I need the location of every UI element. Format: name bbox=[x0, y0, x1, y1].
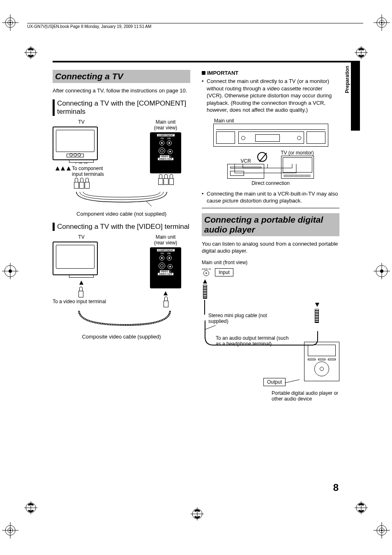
label-tv: TV bbox=[53, 119, 110, 125]
label-to-component: To component input terminals bbox=[72, 166, 107, 177]
label-tv-monitor: TV (or monitor) bbox=[281, 150, 314, 156]
arrow-up-icon bbox=[203, 279, 207, 283]
rear-panel-icon: COMPONENT PR PB VIDEO Y VIDEO OUT bbox=[150, 247, 181, 288]
crop-mark-icon bbox=[2, 522, 18, 539]
rca-plug-icon bbox=[164, 297, 168, 307]
intro-text: After connecting a TV, follow the instru… bbox=[53, 87, 190, 94]
main-unit-shelf-icon bbox=[213, 124, 328, 147]
tv-icon bbox=[53, 127, 98, 160]
important-heading: IMPORTANT bbox=[207, 70, 238, 76]
jack-icon bbox=[168, 264, 173, 269]
arrow-up-icon bbox=[67, 166, 71, 170]
heading-connecting-tv: Connecting a TV bbox=[53, 70, 190, 83]
portable-intro: You can listen to analog sound from a co… bbox=[202, 240, 339, 255]
rca-plug-icon bbox=[164, 174, 168, 185]
arrow-up-icon bbox=[164, 291, 168, 295]
portable-player-icon bbox=[304, 342, 339, 381]
label-main-unit: Main unit bbox=[141, 234, 190, 240]
caption-component-cable: Component video cable (not supplied) bbox=[53, 211, 190, 217]
crop-mark-icon bbox=[374, 263, 390, 279]
tv-icon bbox=[53, 242, 98, 275]
caption-composite-cable: Composite video cable (supplied) bbox=[53, 334, 190, 340]
jack-label-y: Y bbox=[75, 162, 77, 164]
panel-label-video-out: VIDEO OUT bbox=[158, 158, 173, 160]
prohibited-icon bbox=[257, 152, 267, 163]
label-main-front: Main unit (front view) bbox=[202, 260, 339, 265]
subheading-component: Connecting a TV with the [COMPONENT] ter… bbox=[53, 99, 190, 116]
panel-label-pb: PB bbox=[167, 137, 171, 140]
figure-video-connection: TV To a video input terminal Main unit ( bbox=[53, 234, 190, 330]
heading-portable-audio: Connecting a portable digital audio play… bbox=[202, 213, 339, 236]
rca-plug-icon bbox=[79, 178, 83, 189]
figure-audio-connection: Main unit (front view) AUDIO IN Input St… bbox=[202, 260, 339, 408]
connection-lines-icon bbox=[202, 164, 333, 178]
label-rear-view: (rear view) bbox=[141, 125, 190, 131]
jack-icon bbox=[159, 256, 164, 260]
panel-label-video-out: VIDEO OUT bbox=[158, 273, 173, 275]
subheading-video: Connecting a TV with the [VIDEO] termina… bbox=[53, 223, 190, 231]
arrow-down-icon bbox=[315, 303, 319, 307]
rca-plug-icon bbox=[74, 178, 78, 189]
jack-icon bbox=[159, 140, 164, 145]
label-main-unit: Main unit bbox=[141, 119, 190, 125]
cable-segment-icon bbox=[204, 300, 205, 315]
figure-direct-connection: Main unit VCR bbox=[202, 118, 339, 186]
label-input: Input bbox=[215, 268, 233, 276]
register-mark-icon bbox=[353, 500, 369, 516]
figure-component-connection: TV bbox=[53, 119, 190, 207]
cable-curve-icon bbox=[56, 190, 187, 206]
rca-plug-icon bbox=[169, 174, 173, 185]
arrow-up-icon bbox=[61, 166, 65, 170]
page: UX-GN7V[US]EN.book Page 8 Monday, Januar… bbox=[0, 0, 392, 555]
important-bullet-2: Connecting the main unit to a VCR-built-… bbox=[202, 190, 339, 205]
panel-label-pr: PR bbox=[161, 252, 164, 255]
jack-label-pr: PR bbox=[84, 162, 88, 164]
rca-plug-icon bbox=[158, 174, 162, 185]
content-columns: Connecting a TV After connecting a TV, f… bbox=[53, 70, 339, 411]
label-output: Output bbox=[263, 378, 286, 386]
important-bullet-1: Connect the main unit directly to a TV (… bbox=[202, 78, 339, 114]
label-tv: TV bbox=[53, 234, 110, 240]
audio-in-jack-icon bbox=[203, 270, 209, 276]
crop-mark-icon bbox=[2, 263, 18, 279]
svg-line-33 bbox=[146, 201, 152, 206]
jack-icon bbox=[168, 149, 173, 154]
label-rear-view: (rear view) bbox=[141, 240, 190, 246]
crop-mark-icon bbox=[374, 14, 390, 31]
jack-icon bbox=[159, 263, 165, 269]
crop-mark-icon bbox=[2, 14, 18, 31]
divider bbox=[202, 208, 339, 208]
tv-stand-icon bbox=[69, 275, 94, 278]
page-number: 8 bbox=[333, 482, 339, 493]
register-mark-icon bbox=[353, 44, 369, 61]
jack-label-pb: PB bbox=[79, 162, 82, 164]
label-to-video: To a video input terminal bbox=[53, 299, 118, 304]
rca-plug-icon bbox=[85, 178, 89, 189]
jack-icon bbox=[167, 256, 172, 260]
panel-label-component: COMPONENT bbox=[157, 249, 175, 251]
register-mark-icon bbox=[23, 500, 39, 516]
label-main-unit: Main unit bbox=[202, 118, 339, 124]
square-bullet-icon bbox=[202, 71, 205, 75]
cable-curve-icon bbox=[56, 309, 187, 329]
page-top-rule bbox=[53, 61, 351, 62]
register-mark-icon bbox=[189, 506, 205, 522]
jack-icon bbox=[167, 140, 172, 145]
mini-plug-icon bbox=[315, 309, 319, 323]
crop-mark-icon bbox=[374, 522, 390, 539]
mini-plug-icon bbox=[203, 285, 207, 299]
panel-label-pb: PB bbox=[167, 252, 171, 255]
right-column: IMPORTANT Connect the main unit directly… bbox=[202, 70, 339, 411]
book-header: UX-GN7V[US]EN.book Page 8 Monday, Januar… bbox=[27, 23, 363, 29]
label-to-audio-out: To an audio output terminal (such as a h… bbox=[216, 335, 290, 347]
panel-label-component: COMPONENT bbox=[157, 134, 175, 136]
label-direct-connection: Direct connection bbox=[202, 180, 339, 186]
rear-panel-icon: COMPONENT PR PB VIDEO Y VIDEO OUT bbox=[150, 132, 181, 173]
jack-icon bbox=[159, 147, 165, 154]
section-tab-label: Preparation bbox=[344, 66, 350, 93]
section-tab bbox=[351, 61, 360, 131]
arrow-up-icon bbox=[55, 166, 60, 170]
panel-label-pr: PR bbox=[161, 137, 164, 140]
left-column: Connecting a TV After connecting a TV, f… bbox=[53, 70, 190, 411]
arrow-up-icon bbox=[79, 281, 83, 285]
